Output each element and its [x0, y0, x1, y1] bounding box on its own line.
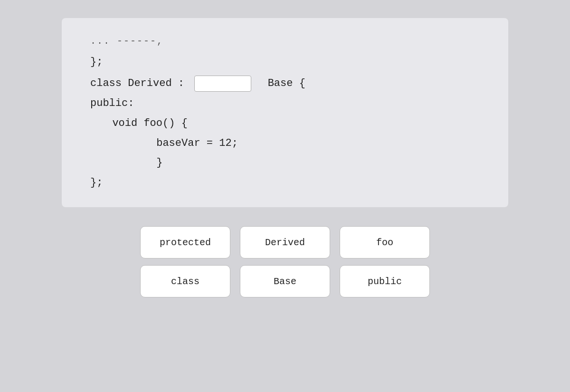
main-container: ... ------, }; class Derived : Base { pu… — [48, 18, 522, 374]
tile-foo[interactable]: foo — [340, 226, 430, 258]
line1-text: }; — [90, 52, 103, 72]
ellipsis-text: ... ------, — [90, 32, 163, 50]
line6-text: } — [119, 153, 162, 173]
code-line-1: }; — [90, 52, 484, 72]
answer-row-1: protected Derived foo — [140, 226, 430, 258]
tile-base[interactable]: Base — [240, 265, 330, 297]
answer-row-2: class Base public — [140, 265, 430, 297]
blank-input-field[interactable] — [194, 76, 251, 92]
line2-prefix: class Derived : — [90, 74, 190, 94]
line3-text: public: — [90, 94, 134, 114]
tile-class[interactable]: class — [140, 265, 230, 297]
code-line-3: public: — [90, 94, 484, 114]
code-line-6: } — [90, 153, 484, 173]
code-block: ... ------, }; class Derived : Base { pu… — [62, 18, 508, 208]
line7-text: }; — [90, 173, 103, 193]
code-line-7: }; — [90, 173, 484, 193]
code-ellipsis-line: ... ------, — [90, 32, 484, 50]
code-line-2: class Derived : Base { — [90, 74, 484, 94]
code-line-5: baseVar = 12; — [90, 134, 484, 153]
line5-text: baseVar = 12; — [119, 134, 238, 153]
line2-suffix: Base { — [255, 74, 305, 94]
answer-area: protected Derived foo class Base public — [109, 226, 461, 297]
code-line-4: void foo() { — [90, 114, 484, 134]
line4-text: void foo() { — [100, 114, 188, 134]
tile-derived[interactable]: Derived — [240, 226, 330, 258]
tile-public[interactable]: public — [340, 265, 430, 297]
tile-protected[interactable]: protected — [140, 226, 230, 258]
